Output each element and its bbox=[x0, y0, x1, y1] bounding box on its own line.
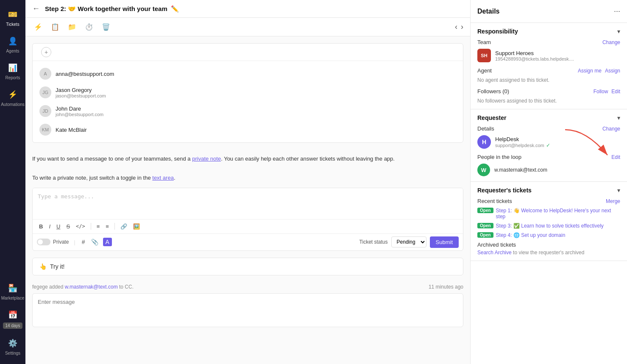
try-it-icon: 👆 bbox=[39, 263, 47, 270]
people-loop-email: w.masternak@text.com bbox=[494, 167, 547, 173]
back-button[interactable]: ← bbox=[32, 4, 40, 13]
reports-icon: 📊 bbox=[7, 62, 19, 74]
ordered-list-button[interactable]: ≡ bbox=[95, 222, 102, 231]
sidebar-item-marketplace-label: Marketplace bbox=[1, 296, 24, 300]
enter-message-box bbox=[32, 293, 463, 327]
tickets-header: Requester's tickets ▾ bbox=[477, 187, 620, 194]
bullet-list-button[interactable]: ≡ bbox=[103, 222, 111, 231]
followers-label: Followers (0) bbox=[477, 88, 509, 94]
private-note-link[interactable]: private note bbox=[192, 156, 221, 162]
people-loop-edit-link[interactable]: Edit bbox=[611, 154, 620, 160]
people-loop-avatar: W bbox=[477, 164, 490, 176]
activity-link[interactable]: w.masternak@text.com bbox=[65, 284, 118, 290]
requester-email-row: support@helpdesk.com ✓ bbox=[495, 142, 550, 148]
sidebar-item-tickets-label: Tickets bbox=[6, 22, 19, 27]
team-label: Team bbox=[477, 39, 491, 45]
follow-link[interactable]: Follow bbox=[594, 89, 608, 94]
archive-button[interactable]: 📁 bbox=[66, 21, 78, 33]
underline-button[interactable]: U bbox=[54, 222, 62, 231]
list-item: JD John Dare john@bestsupport.com bbox=[33, 102, 463, 120]
ticket-link-3[interactable]: Step 4: 🌐 Set up your domain bbox=[496, 232, 566, 238]
panel-more-button[interactable]: ··· bbox=[614, 7, 620, 16]
sidebar-item-tickets[interactable]: 🎫 Tickets bbox=[0, 4, 25, 31]
next-ticket-button[interactable]: › bbox=[461, 22, 463, 31]
agent-actions: Assign me Assign bbox=[578, 68, 620, 74]
team-change-link[interactable]: Change bbox=[602, 39, 620, 45]
agents-icon: 👤 bbox=[7, 35, 19, 47]
page-title: Step 2: 🤝 Work together with your team bbox=[45, 5, 167, 13]
team-section: + A anna@bestsupport.com JG Jason Gregor… bbox=[32, 43, 463, 143]
bold-button[interactable]: B bbox=[37, 222, 45, 231]
page-title-text: Step 2: 🤝 Work together with your team bbox=[45, 5, 167, 13]
trash-button[interactable]: 🗑️ bbox=[100, 21, 112, 33]
requester-details: HelpDesk support@helpdesk.com ✓ bbox=[495, 136, 550, 148]
compose-textarea[interactable] bbox=[33, 188, 463, 218]
submit-button[interactable]: Submit bbox=[430, 236, 459, 248]
clock-button[interactable]: ⏱️ bbox=[83, 21, 95, 33]
merge-link[interactable]: Merge bbox=[606, 198, 620, 204]
note-button[interactable]: 📋 bbox=[49, 21, 61, 33]
sidebar-item-agents[interactable]: 👤 Agents bbox=[0, 31, 25, 58]
activity-row: fegege added w.masternak@text.com to CC.… bbox=[25, 281, 470, 293]
compose-footer: Private | # 📎 A Ticket status Pending Su… bbox=[33, 233, 463, 250]
para1-text: If you want to send a message to one of … bbox=[32, 156, 191, 162]
search-archive-row: Search Archive to view the requester's a… bbox=[477, 250, 620, 256]
responsibility-section: Responsibility ▾ Team Change SH Support … bbox=[471, 23, 627, 109]
instruction-text-1: If you want to send a message to one of … bbox=[25, 150, 470, 169]
ticket-status-badge-1: Open bbox=[477, 208, 493, 213]
followers-edit-link[interactable]: Edit bbox=[611, 89, 620, 94]
lightning-button[interactable]: ⚡ bbox=[32, 21, 44, 33]
tickets-chevron[interactable]: ▾ bbox=[617, 187, 620, 194]
private-label: Private bbox=[53, 239, 69, 245]
ticket-link-2[interactable]: Step 3: ✅ Learn how to solve tickets eff… bbox=[496, 223, 604, 229]
assign-link[interactable]: Assign bbox=[605, 68, 620, 74]
ticket-status-badge-2: Open bbox=[477, 223, 493, 228]
team-member-info: Kate McBlair bbox=[56, 127, 87, 133]
details-label: Details bbox=[477, 125, 494, 132]
add-team-member-button[interactable]: + bbox=[41, 47, 51, 57]
text-area-link[interactable]: text area bbox=[152, 175, 174, 181]
sidebar-item-automations[interactable]: ⚡ Automations bbox=[0, 84, 25, 111]
private-switch[interactable] bbox=[37, 239, 50, 245]
italic-button[interactable]: I bbox=[47, 222, 53, 231]
assign-me-link[interactable]: Assign me bbox=[578, 68, 602, 74]
attach-button[interactable]: 📎 bbox=[90, 237, 100, 247]
prev-ticket-button[interactable]: ‹ bbox=[455, 22, 457, 31]
tickets-icon: 🎫 bbox=[7, 8, 19, 20]
list-item: KM Kate McBlair bbox=[33, 120, 463, 139]
format-button[interactable]: A bbox=[103, 238, 112, 246]
agent-label: Agent bbox=[477, 67, 492, 74]
ticket-item-2: Open Step 3: ✅ Learn how to solve ticket… bbox=[477, 223, 620, 229]
requester-header: Requester ▾ bbox=[477, 114, 620, 121]
search-archive-link[interactable]: Search Archive bbox=[477, 250, 512, 256]
sidebar-item-14days[interactable]: 📅 14 days bbox=[0, 305, 25, 333]
link-button[interactable]: 🔗 bbox=[118, 222, 129, 231]
requester-chevron[interactable]: ▾ bbox=[617, 114, 620, 121]
activity-time: 11 minutes ago bbox=[429, 284, 463, 290]
enter-message-input[interactable] bbox=[38, 299, 458, 305]
archive-desc: to view the requester's archived bbox=[513, 250, 584, 256]
sidebar-item-settings[interactable]: ⚙️ Settings bbox=[0, 333, 25, 360]
code-button[interactable]: </> bbox=[74, 222, 87, 231]
image-button[interactable]: 🖼️ bbox=[131, 222, 142, 231]
ticket-nav: ‹ › bbox=[455, 22, 463, 31]
strikethrough-button[interactable]: S bbox=[64, 222, 72, 231]
sidebar-item-marketplace[interactable]: 🏪 Marketplace bbox=[0, 278, 25, 305]
automations-icon: ⚡ bbox=[7, 89, 19, 100]
responsibility-title: Responsibility bbox=[477, 28, 518, 35]
hashtag-button[interactable]: # bbox=[81, 237, 86, 247]
ticket-item-1: Open Step 1: 👋 Welcome to HelpDesk! Here… bbox=[477, 208, 620, 220]
edit-title-icon[interactable]: ✏️ bbox=[171, 5, 179, 13]
days-badge: 14 days bbox=[3, 322, 22, 329]
compose-box: B I U S </> ≡ ≡ 🔗 🖼️ Private | # 📎 bbox=[32, 188, 463, 251]
status-select[interactable]: Pending bbox=[391, 236, 426, 247]
team-info: Support Heroes 1954288993@tickets.labs.h… bbox=[495, 50, 574, 61]
toolbar-divider-2 bbox=[114, 223, 115, 230]
sidebar-item-reports[interactable]: 📊 Reports bbox=[0, 58, 25, 84]
right-panel: Details ··· Responsibility ▾ Team Change… bbox=[470, 0, 627, 364]
activity-text-start: fegege added bbox=[32, 284, 63, 290]
responsibility-chevron[interactable]: ▾ bbox=[617, 28, 620, 35]
avatar: JD bbox=[39, 105, 51, 117]
ticket-link-1[interactable]: Step 1: 👋 Welcome to HelpDesk! Here's yo… bbox=[496, 208, 620, 220]
requester-change-link[interactable]: Change bbox=[602, 126, 620, 132]
